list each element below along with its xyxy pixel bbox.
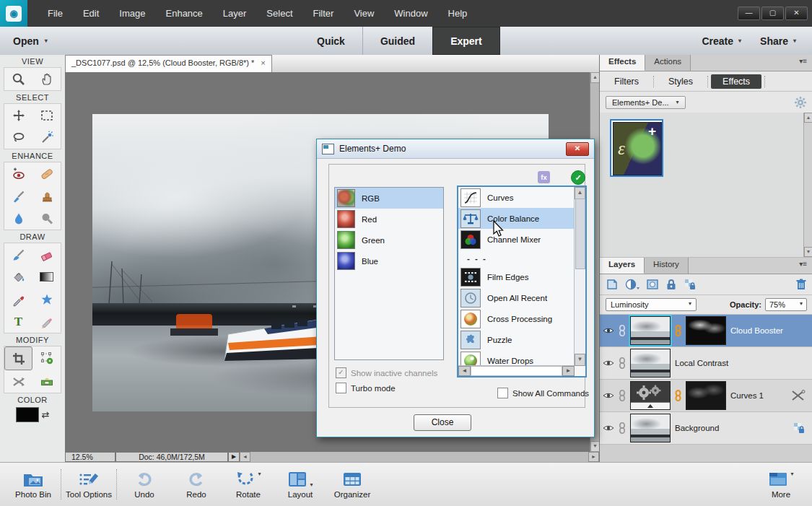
rotate-button[interactable]: ▾ Rotate <box>222 471 274 499</box>
delete-layer-icon[interactable] <box>795 278 807 291</box>
more-button[interactable]: ▾ More <box>757 471 805 499</box>
undo-button[interactable]: Undo <box>118 471 170 499</box>
channel-item-red[interactable]: Red <box>335 209 443 230</box>
visibility-eye-icon[interactable] <box>603 359 614 367</box>
dialog-title-bar[interactable]: Elements+ Demo ✕ <box>317 139 594 159</box>
command-item-channel-mixer[interactable]: Channel Mixer <box>458 229 575 250</box>
menu-file[interactable]: File <box>38 8 73 19</box>
menu-help[interactable]: Help <box>438 8 478 19</box>
tab-actions[interactable]: Actions <box>645 55 691 71</box>
cmd-scroll-up-icon[interactable]: ▲ <box>575 187 585 199</box>
channel-item-blue[interactable]: Blue <box>335 250 443 271</box>
command-item-cross-processing[interactable]: Cross Processing <box>458 308 575 329</box>
effects-scrollbar[interactable]: ▲ ▼ <box>803 113 812 257</box>
subtab-styles[interactable]: Styles <box>657 74 704 89</box>
layer-row-background[interactable]: Background <box>600 412 812 445</box>
blend-mode-dropdown[interactable]: Luminosity ▾ <box>606 298 697 311</box>
tab-quick[interactable]: Quick <box>300 27 362 55</box>
create-button[interactable]: Create▾ <box>702 35 741 47</box>
command-item-puzzle[interactable]: Puzzle <box>458 329 575 350</box>
visibility-eye-icon[interactable] <box>603 326 614 335</box>
blur-tool[interactable] <box>4 207 32 230</box>
type-tool[interactable]: T <box>4 310 32 333</box>
eraser-tool[interactable] <box>32 243 61 266</box>
cmd-scroll-down-icon[interactable]: ▼ <box>575 354 585 366</box>
command-item-water-drops[interactable]: Water Drops <box>458 350 575 366</box>
command-item-open-all-recent[interactable]: Open All Recent <box>458 287 575 308</box>
minimize-button[interactable]: — <box>738 6 760 20</box>
link-icon[interactable] <box>619 325 626 336</box>
more-dropdown-icon[interactable]: ▾ <box>790 471 793 477</box>
lock-transparent-pixels-icon[interactable] <box>684 278 697 291</box>
swap-colors-icon[interactable]: ⇄ <box>42 409 50 420</box>
layer-mask-thumbnail[interactable] <box>686 381 726 410</box>
command-list-vertical-scrollbar[interactable]: ▲ ▼ <box>574 187 585 366</box>
smart-brush-tool[interactable] <box>4 185 32 207</box>
dialog-close-action-button[interactable]: Close <box>414 414 471 431</box>
layout-dropdown-icon[interactable]: ▾ <box>310 481 313 488</box>
crop-tool[interactable] <box>4 346 32 370</box>
effect-thumbnail-elements-plus[interactable]: ε + <box>610 119 663 177</box>
subtab-effects[interactable]: Effects <box>711 74 761 89</box>
tab-layers[interactable]: Layers <box>600 258 645 274</box>
adjustment-layer-icon[interactable] <box>625 278 639 291</box>
new-layer-icon[interactable] <box>606 278 619 291</box>
link-icon[interactable] <box>619 357 626 369</box>
scroll-left-icon[interactable]: ◄ <box>240 452 250 462</box>
effects-scroll-down-icon[interactable]: ▼ <box>804 247 812 257</box>
pencil-tool[interactable] <box>32 310 61 333</box>
dialog-close-button[interactable]: ✕ <box>566 142 589 156</box>
recompose-tool[interactable] <box>32 346 61 369</box>
command-item-curves[interactable]: Curves <box>458 187 575 208</box>
layer-row-cloud-booster[interactable]: Cloud Booster <box>600 315 812 347</box>
spot-healing-brush-tool[interactable] <box>32 162 61 185</box>
red-eye-removal-tool[interactable] <box>4 162 32 185</box>
command-item-color-balance[interactable]: Color Balance <box>458 208 575 229</box>
menu-select[interactable]: Select <box>256 8 302 19</box>
paint-bucket-tool[interactable] <box>4 266 32 288</box>
marquee-tool[interactable] <box>32 104 61 126</box>
sharpen-tool[interactable] <box>32 207 61 230</box>
menu-enhance[interactable]: Enhance <box>156 8 213 19</box>
panel-menu-icon[interactable]: ▾≡ <box>793 55 812 71</box>
show-all-commands-checkbox[interactable]: Show All Commands <box>497 388 589 398</box>
menu-filter[interactable]: Filter <box>303 8 344 19</box>
maximize-button[interactable]: ▢ <box>761 6 784 20</box>
doc-size-info[interactable]: Doc: 46,0M/172,5M <box>115 452 228 462</box>
layer-mask-icon[interactable] <box>646 278 659 291</box>
command-item-film-edges[interactable]: Film Edges <box>458 266 575 287</box>
mask-link-icon[interactable] <box>675 390 681 401</box>
mask-link-icon[interactable] <box>675 325 681 336</box>
layer-thumbnail[interactable] <box>630 414 671 442</box>
document-close-icon[interactable]: × <box>261 58 265 72</box>
layer-name[interactable]: Background <box>675 424 719 432</box>
share-button[interactable]: Share▾ <box>760 35 796 47</box>
opacity-dropdown[interactable]: 75% ▾ <box>765 298 807 311</box>
move-tool[interactable] <box>4 104 32 126</box>
settings-gear-icon[interactable] <box>794 96 807 109</box>
layout-button[interactable]: ▾ Layout <box>274 471 326 499</box>
layer-mask-thumbnail[interactable] <box>686 316 726 345</box>
link-icon[interactable] <box>619 390 626 401</box>
eyedropper-tool[interactable] <box>4 288 32 310</box>
cmd-scroll-thumb[interactable] <box>575 199 585 269</box>
scroll-right-icon[interactable]: ► <box>588 452 599 462</box>
effects-scroll-up-icon[interactable]: ▲ <box>804 113 812 123</box>
straighten-tool[interactable] <box>32 370 61 393</box>
redo-button[interactable]: Redo <box>170 471 222 499</box>
rotate-dropdown-icon[interactable]: ▾ <box>258 471 261 477</box>
zoom-tool[interactable] <box>4 68 32 90</box>
zoom-level[interactable]: 12.5% <box>65 452 115 462</box>
channel-item-green[interactable]: Green <box>335 230 443 250</box>
quick-selection-tool[interactable] <box>32 126 61 149</box>
background-lock-icon[interactable] <box>793 422 806 435</box>
layer-name[interactable]: Local Contrast <box>675 359 728 367</box>
visibility-eye-icon[interactable] <box>603 424 614 432</box>
menu-layer[interactable]: Layer <box>213 8 257 19</box>
adjustment-layer-thumbnail[interactable] <box>630 381 671 410</box>
document-tab[interactable]: _DSC1077.psd @ 12,5% (Cloud Booster, RGB… <box>65 55 272 72</box>
menu-image[interactable]: Image <box>109 8 155 19</box>
layer-thumbnail[interactable] <box>630 316 671 345</box>
layer-row-local-contrast[interactable]: Local Contrast <box>600 347 812 380</box>
visibility-eye-icon[interactable] <box>603 391 614 400</box>
